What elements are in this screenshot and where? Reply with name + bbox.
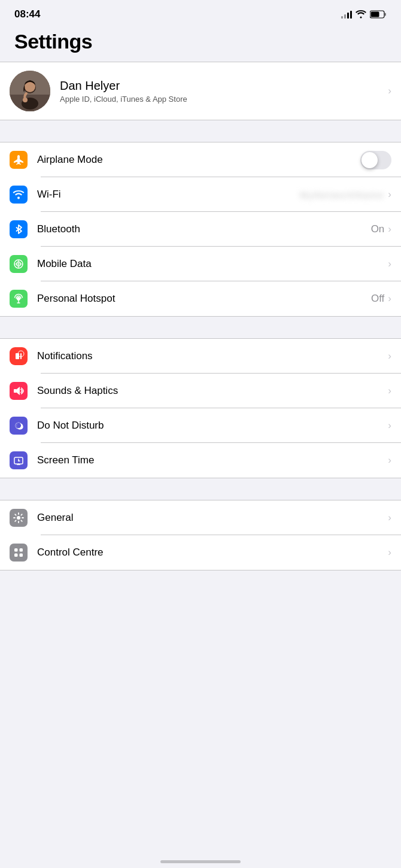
airplane-mode-toggle[interactable] <box>360 151 391 169</box>
page-title-area: Settings <box>0 25 401 62</box>
general-row[interactable]: General › <box>0 500 401 535</box>
general-icon <box>10 509 28 527</box>
profile-name: Dan Helyer <box>60 79 388 93</box>
screen-time-icon <box>10 451 28 469</box>
hotspot-chevron: › <box>388 293 391 305</box>
airplane-icon <box>10 151 28 169</box>
svg-point-9 <box>17 197 20 199</box>
dnd-row[interactable]: Do Not Disturb › <box>0 408 401 443</box>
connectivity-section: Airplane Mode Wi-Fi MyNetworkName › Blue… <box>0 142 401 317</box>
wifi-chevron: › <box>388 189 391 201</box>
svg-rect-2 <box>385 13 387 16</box>
bluetooth-value: On <box>371 223 385 235</box>
notifications-icon <box>10 347 28 365</box>
wifi-value: MyNetworkName <box>300 190 384 200</box>
notifications-chevron: › <box>388 350 391 362</box>
hotspot-value: Off <box>371 293 384 305</box>
svg-point-23 <box>17 516 20 520</box>
avatar-image <box>10 71 50 111</box>
wifi-icon <box>10 186 28 204</box>
control-centre-icon <box>10 544 28 562</box>
control-centre-row[interactable]: Control Centre › <box>0 535 401 570</box>
screen-time-row[interactable]: Screen Time › <box>0 443 401 478</box>
airplane-mode-label: Airplane Mode <box>37 154 360 166</box>
airplane-mode-row[interactable]: Airplane Mode <box>0 142 401 177</box>
page-title: Settings <box>14 30 387 53</box>
avatar <box>10 71 50 111</box>
hotspot-row[interactable]: Personal Hotspot Off › <box>0 281 401 316</box>
signal-icon <box>341 10 352 19</box>
profile-row[interactable]: Dan Helyer Apple ID, iCloud, iTunes & Ap… <box>0 62 401 120</box>
sounds-row[interactable]: Sounds & Haptics › <box>0 374 401 408</box>
svg-point-8 <box>23 98 28 102</box>
profile-subtitle: Apple ID, iCloud, iTunes & App Store <box>60 95 388 104</box>
svg-rect-15 <box>16 353 19 359</box>
bluetooth-icon <box>10 220 28 238</box>
status-icons <box>341 10 387 19</box>
hotspot-icon <box>10 290 28 308</box>
svg-rect-24 <box>14 548 18 552</box>
bluetooth-chevron: › <box>388 223 391 235</box>
svg-rect-1 <box>371 12 379 17</box>
mobile-data-label: Mobile Data <box>37 258 388 270</box>
notifications-row[interactable]: Notifications › <box>0 339 401 374</box>
profile-section: Dan Helyer Apple ID, iCloud, iTunes & Ap… <box>0 62 401 120</box>
dnd-icon <box>10 417 28 435</box>
sounds-chevron: › <box>388 385 391 397</box>
status-time: 08:44 <box>14 8 40 20</box>
battery-icon <box>370 10 387 19</box>
sounds-icon <box>10 382 28 400</box>
control-centre-label: Control Centre <box>37 547 388 559</box>
mobile-data-chevron: › <box>388 258 391 270</box>
profile-chevron: › <box>388 85 391 97</box>
general-section: General › Control Centre › <box>0 500 401 570</box>
mobile-data-icon <box>10 255 28 273</box>
general-chevron: › <box>388 512 391 524</box>
control-centre-chevron: › <box>388 547 391 559</box>
notifications-label: Notifications <box>37 350 388 362</box>
hotspot-label: Personal Hotspot <box>37 293 371 305</box>
home-indicator <box>160 860 241 863</box>
general-label: General <box>37 512 388 524</box>
wifi-status-icon <box>356 10 366 19</box>
status-bar: 08:44 <box>0 0 401 25</box>
svg-rect-16 <box>20 353 22 359</box>
wifi-label: Wi-Fi <box>37 189 300 201</box>
svg-rect-26 <box>14 554 18 557</box>
wifi-row[interactable]: Wi-Fi MyNetworkName › <box>0 177 401 212</box>
svg-rect-17 <box>14 389 17 393</box>
screen-time-label: Screen Time <box>37 454 388 466</box>
dnd-chevron: › <box>388 420 391 432</box>
dnd-label: Do Not Disturb <box>37 420 388 432</box>
bluetooth-label: Bluetooth <box>37 223 371 235</box>
profile-info: Dan Helyer Apple ID, iCloud, iTunes & Ap… <box>60 79 388 104</box>
bluetooth-row[interactable]: Bluetooth On › <box>0 212 401 247</box>
mobile-data-row[interactable]: Mobile Data › <box>0 247 401 281</box>
toggle-thumb <box>361 152 378 168</box>
notifications-section: Notifications › Sounds & Haptics › <box>0 338 401 478</box>
svg-rect-25 <box>20 548 23 552</box>
svg-rect-27 <box>20 554 23 557</box>
screen-time-chevron: › <box>388 454 391 466</box>
sounds-label: Sounds & Haptics <box>37 385 388 397</box>
